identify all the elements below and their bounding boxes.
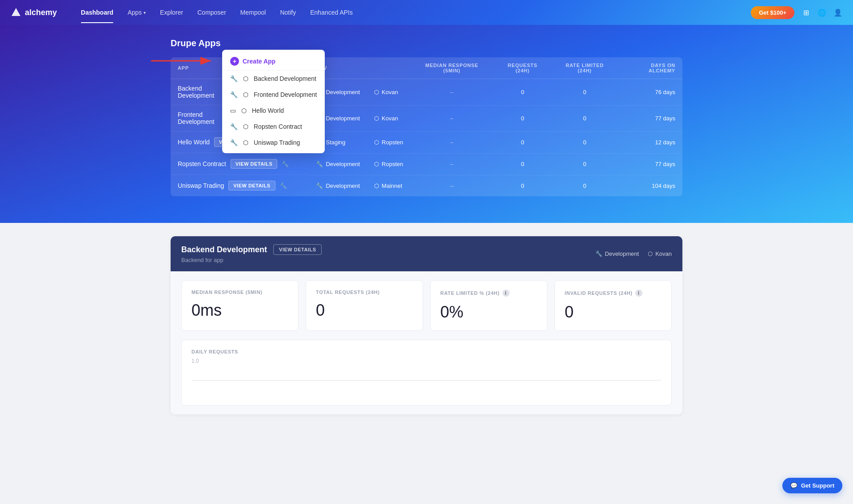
- nav-menu: Dashboard Apps ▾ Explorer Composer Mempo…: [75, 6, 751, 19]
- cube-icon-1: ⬡: [243, 75, 248, 82]
- chat-icon: 💬: [790, 482, 797, 489]
- nav-item-dashboard[interactable]: Dashboard: [75, 6, 120, 19]
- env-wrench-3: 🔧: [316, 161, 323, 167]
- env-cell-4: 🔧 Development: [309, 175, 367, 196]
- env-wrench-4: 🔧: [316, 183, 323, 189]
- rate-cell-3: 0: [552, 153, 618, 175]
- days-cell-4: 104 days: [618, 175, 682, 196]
- app-detail-card: Backend Development VIEW DETAILS Backend…: [171, 236, 682, 414]
- network-cube-3: ⬡: [374, 161, 379, 167]
- table-row: Uniswap Trading VIEW DETAILS 🔧 🔧 Develop…: [171, 175, 682, 196]
- user-icon[interactable]: 👤: [833, 8, 842, 17]
- requests-cell-4: 0: [493, 175, 552, 196]
- dropdown-item-backend[interactable]: 🔧 ⬡ Backend Development: [222, 71, 325, 87]
- daily-label: DAILY REQUESTS: [191, 349, 662, 354]
- view-details-btn-4[interactable]: VIEW DETAILS: [228, 181, 275, 190]
- col-days: DAYS ON ALCHEMY: [618, 57, 682, 79]
- info-icon-3[interactable]: i: [635, 290, 642, 297]
- create-app-item[interactable]: + Create App: [222, 52, 325, 71]
- daily-sub: 1.0: [191, 358, 662, 364]
- app-card-title: Backend Development: [181, 245, 267, 254]
- nav-item-notify[interactable]: Notify: [274, 6, 302, 19]
- app-card-header-left: Backend Development VIEW DETAILS Backend…: [181, 244, 322, 263]
- dropdown-label-frontend: Frontend Development: [254, 91, 317, 98]
- get-support-button[interactable]: 💬 Get Support: [782, 478, 842, 493]
- dropdown-item-hello-world[interactable]: ▭ ⬡ Hello World: [222, 103, 325, 119]
- cube-icon-4: ⬡: [243, 123, 248, 130]
- nav-item-apps[interactable]: Apps ▾: [121, 6, 152, 19]
- wrench-icon: 🔧: [230, 75, 238, 82]
- grid-icon[interactable]: ⊞: [801, 8, 810, 17]
- app-name-cell: Uniswap Trading VIEW DETAILS 🔧: [171, 175, 309, 196]
- dropdown-item-frontend[interactable]: 🔧 ⬡ Frontend Development: [222, 87, 325, 103]
- days-cell-3: 77 days: [618, 153, 682, 175]
- dropdown-menu: + Create App 🔧 ⬡ Backend Development 🔧 ⬡…: [222, 50, 325, 153]
- dropdown-item-uniswap[interactable]: 🔧 ⬡ Uniswap Trading: [222, 135, 325, 151]
- info-icon-2[interactable]: i: [502, 290, 510, 297]
- nav-item-mempool[interactable]: Mempool: [234, 6, 272, 19]
- network-cell-2: ⬡ Ropsten: [367, 131, 410, 153]
- network-cell-0: ⬡ Kovan: [367, 79, 410, 106]
- metric-card-0: MEDIAN RESPONSE (5MIN) 0ms: [181, 280, 299, 331]
- col-network: [367, 57, 410, 79]
- rate-cell-0: 0: [552, 79, 618, 106]
- table-row: Ropsten Contract VIEW DETAILS 🔧 🔧 Develo…: [171, 153, 682, 175]
- apps-dropdown: + Create App 🔧 ⬡ Backend Development 🔧 ⬡…: [222, 50, 325, 153]
- globe-icon[interactable]: 🌐: [817, 8, 826, 17]
- chevron-down-icon: ▾: [143, 10, 146, 15]
- metric-value-1: 0: [316, 301, 413, 320]
- requests-cell-3: 0: [493, 153, 552, 175]
- metric-label-1: TOTAL REQUESTS (24H): [316, 290, 413, 295]
- network-cube-1: ⬡: [374, 115, 379, 122]
- cube-icon-5: ⬡: [243, 139, 248, 146]
- col-rate: RATE LIMITED (24H): [552, 57, 618, 79]
- env-label-detail: Development: [605, 250, 639, 257]
- wrench-icon-2: 🔧: [230, 91, 238, 98]
- dropdown-item-ropsten[interactable]: 🔧 ⬡ Ropsten Contract: [222, 119, 325, 135]
- app-card-body: MEDIAN RESPONSE (5MIN) 0ms TOTAL REQUEST…: [171, 271, 682, 414]
- cube-icon-detail: ⬡: [648, 250, 653, 257]
- network-label-detail: Kovan: [655, 250, 672, 257]
- cube-icon-2: ⬡: [243, 91, 248, 98]
- metric-value-3: 0: [565, 303, 662, 321]
- days-cell-1: 77 days: [618, 105, 682, 131]
- median-cell-3: –: [411, 153, 494, 175]
- arrow-indicator: [147, 50, 218, 72]
- nav-item-composer[interactable]: Composer: [191, 6, 232, 19]
- view-details-btn-3[interactable]: VIEW DETAILS: [231, 159, 277, 169]
- col-median: MEDIAN RESPONSE (5MIN): [411, 57, 494, 79]
- nav-item-enhanced-apis[interactable]: Enhanced APIs: [304, 6, 359, 19]
- wrench-icon-detail: 🔧: [595, 250, 602, 257]
- metric-card-3: INVALID REQUESTS (24H) i 0: [554, 280, 672, 331]
- nav-item-explorer[interactable]: Explorer: [154, 6, 189, 19]
- get-100-button[interactable]: Get $100+: [751, 6, 794, 19]
- navbar: alchemy Dashboard Apps ▾ Explorer Compos…: [0, 0, 853, 25]
- network-cell-3: ⬡ Ropsten: [367, 153, 410, 175]
- app-name-2: Hello World: [178, 139, 210, 146]
- logo-text: alchemy: [25, 8, 57, 17]
- bottom-content: Backend Development VIEW DETAILS Backend…: [160, 236, 693, 414]
- network-cell-4: ⬡ Mainnet: [367, 175, 410, 196]
- metric-value-0: 0ms: [191, 301, 288, 320]
- navbar-right: Get $100+ ⊞ 🌐 👤: [751, 6, 842, 19]
- env-badge-detail: 🔧 Development: [595, 250, 639, 257]
- median-cell-1: –: [411, 105, 494, 131]
- daily-requests-card: DAILY REQUESTS 1.0: [181, 340, 672, 405]
- create-plus-icon: +: [230, 57, 239, 66]
- days-cell-2: 12 days: [618, 131, 682, 153]
- chart-area: [191, 369, 662, 396]
- app-card-header: Backend Development VIEW DETAILS Backend…: [171, 236, 682, 271]
- dropdown-label-hello: Hello World: [252, 107, 284, 114]
- metric-label-3: INVALID REQUESTS (24H) i: [565, 290, 662, 297]
- logo[interactable]: alchemy: [11, 7, 57, 18]
- drupe-apps-title: Drupe Apps: [171, 38, 682, 48]
- row-icon-4: 🔧: [280, 183, 287, 189]
- network-cube-2: ⬡: [374, 139, 379, 146]
- metric-label-2: RATE LIMITED % (24H) i: [440, 290, 537, 297]
- app-view-details-button[interactable]: VIEW DETAILS: [273, 244, 322, 255]
- network-badge-detail: ⬡ Kovan: [648, 250, 672, 257]
- get-support-label: Get Support: [801, 482, 834, 489]
- app-name-cell: Ropsten Contract VIEW DETAILS 🔧: [171, 153, 309, 175]
- terminal-icon: ▭: [230, 107, 236, 114]
- network-cell-1: ⬡ Kovan: [367, 105, 410, 131]
